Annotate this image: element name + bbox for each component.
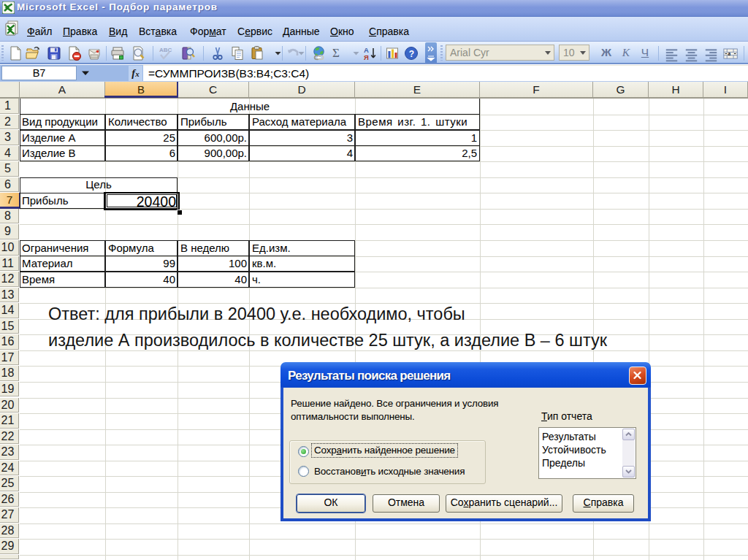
svg-text:a: a	[728, 50, 730, 57]
svg-text:?: ?	[409, 49, 414, 59]
svg-text:ABC: ABC	[159, 47, 172, 53]
svg-text:Я: Я	[364, 53, 369, 61]
svg-text:Σ: Σ	[332, 46, 340, 60]
